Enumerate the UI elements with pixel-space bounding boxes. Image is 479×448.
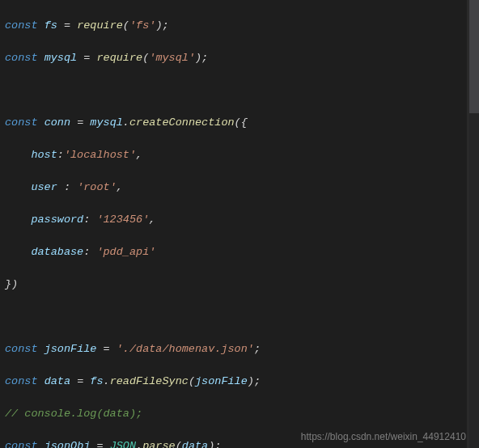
code-line: const data = fs.readFileSync(jsonFile); xyxy=(5,374,474,390)
watermark-text: https://blog.csdn.net/weixin_44912410 xyxy=(301,429,466,445)
scroll-thumb[interactable] xyxy=(469,0,479,113)
code-line: password: '123456', xyxy=(5,212,474,228)
code-line: host:'localhost', xyxy=(5,147,474,163)
code-line: const fs = require('fs'); xyxy=(5,18,474,34)
code-editor[interactable]: const fs = require('fs'); const mysql = … xyxy=(0,0,479,448)
code-line: const mysql = require('mysql'); xyxy=(5,50,474,66)
code-line: user : 'root', xyxy=(5,180,474,196)
code-line xyxy=(5,82,474,99)
scrollbar[interactable] xyxy=(469,0,479,448)
code-line: database: 'pdd_api' xyxy=(5,244,474,260)
code-line: }) xyxy=(5,277,474,293)
code-line: const conn = mysql.createConnection({ xyxy=(5,115,474,131)
code-line: const jsonFile = './data/homenav.json'; xyxy=(5,341,474,357)
code-line xyxy=(5,309,474,325)
code-line: // console.log(data); xyxy=(5,406,474,422)
